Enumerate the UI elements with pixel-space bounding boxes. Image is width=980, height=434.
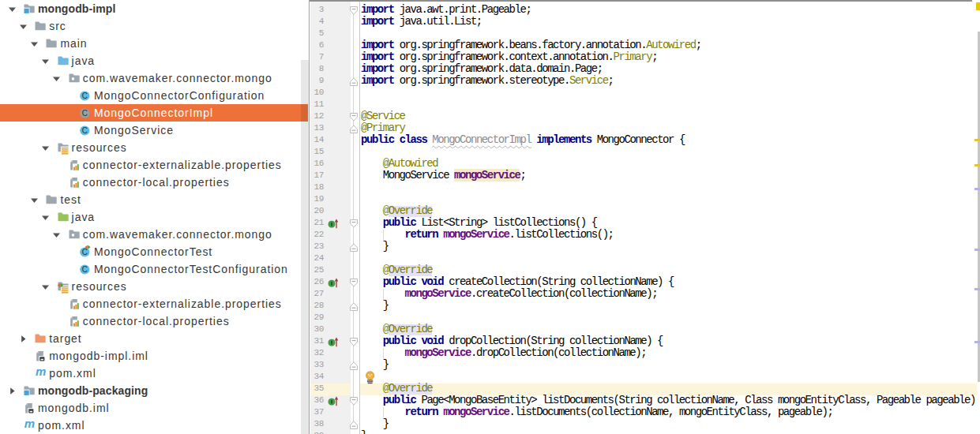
svg-text:C: C xyxy=(82,247,88,256)
svg-text:C: C xyxy=(82,125,88,134)
svg-text:C: C xyxy=(82,264,88,273)
svg-text:C: C xyxy=(82,91,88,99)
svg-text:C: C xyxy=(82,108,88,117)
